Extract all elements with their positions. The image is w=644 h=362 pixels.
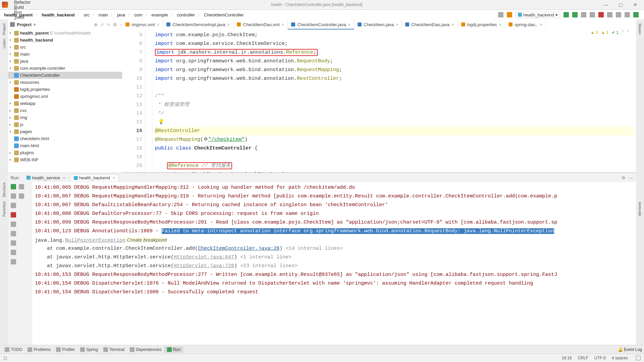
right-stripe-maven[interactable]: Maven (638, 23, 642, 35)
stop-run-icon[interactable] (11, 212, 16, 218)
stop-icon[interactable] (598, 12, 604, 17)
gutter-line-number[interactable]: 16 (123, 127, 142, 135)
stacktrace-link[interactable]: NullPointerException (65, 238, 125, 243)
tree-expand-icon[interactable]: ▾ (9, 38, 13, 42)
editor-tab[interactable]: CheckItemDao.java× (402, 19, 458, 29)
coverage-icon[interactable] (581, 12, 586, 17)
gutter-line-number[interactable]: 18 (123, 144, 142, 153)
tree-expand-icon[interactable]: ▾ (9, 45, 13, 49)
caret-position[interactable]: 16:16 (562, 356, 572, 360)
window-close-button[interactable]: ✕ (629, 2, 642, 7)
pin-icon[interactable] (11, 259, 16, 264)
tree-expand-icon[interactable]: ▾ (9, 102, 13, 105)
collapse-all-icon[interactable]: ⤡ (107, 22, 110, 27)
breadcrumb[interactable]: health_parent〉health_backend〉src〉main〉ja… (2, 12, 246, 17)
breadcrumb-segment[interactable]: java (115, 12, 127, 17)
editor-tab[interactable]: CheckItemController.java× (288, 19, 354, 29)
gutter-line-number[interactable]: 20 (123, 162, 142, 170)
editor-tab[interactable]: CheckItem.java× (354, 19, 402, 29)
profile-icon[interactable] (590, 12, 595, 17)
tree-item[interactable]: ▾src (8, 44, 122, 51)
close-tab-icon[interactable]: × (499, 22, 501, 27)
tree-expand-icon[interactable]: ▾ (9, 80, 13, 84)
menu-build[interactable]: Build (11, 5, 34, 10)
editor-gutter[interactable]: 56789101112131415161718192021 (122, 29, 145, 172)
tree-expand-icon[interactable]: ▾ (9, 158, 13, 162)
tool-window-todo[interactable]: TODO (2, 347, 25, 353)
debug-icon[interactable] (572, 12, 578, 17)
tree-item[interactable]: ▾java (8, 58, 122, 65)
tool-window-spring[interactable]: Spring (77, 347, 101, 353)
editor-tab[interactable]: CheckItemServiceImpl.java× (163, 19, 233, 29)
tree-expand-icon[interactable]: ▸ (9, 116, 13, 119)
close-tab-icon[interactable]: × (348, 22, 351, 27)
tree-item[interactable]: ▾health_parentE:\code\health\health (8, 29, 122, 37)
gutter-line-number[interactable]: 19 (123, 153, 142, 162)
project-tree[interactable]: ▾health_parentE:\code\health\health▾heal… (8, 29, 122, 173)
tool-window-run[interactable]: Run (164, 347, 183, 353)
tree-item[interactable]: ▸img (8, 114, 122, 121)
camera-icon[interactable] (11, 231, 16, 236)
tree-item[interactable]: checkitem.html (8, 135, 122, 142)
left-stripe-project[interactable]: Project (2, 23, 6, 35)
play-icon[interactable] (633, 12, 639, 17)
run-tab[interactable]: health_backend× (70, 174, 119, 181)
down-icon[interactable] (11, 193, 16, 199)
stacktrace-link[interactable]: CheckItemController.java:28 (198, 246, 279, 251)
tree-expand-icon[interactable]: ▾ (9, 66, 13, 70)
tree-item[interactable]: ▾resources (8, 79, 122, 86)
breadcrumb-segment[interactable]: health_backend (40, 12, 76, 17)
run-console[interactable]: 10:41:00,065 DEBUG RequestMappingHandler… (32, 182, 636, 345)
run-hide-icon[interactable]: ― (629, 175, 633, 180)
tree-item[interactable]: ▸js (8, 121, 122, 128)
tree-item[interactable]: springmvc.xml (8, 93, 122, 100)
tree-item[interactable]: ▾WEB-INF (8, 156, 122, 163)
editor-tab[interactable]: spring-dao..× (505, 19, 546, 29)
run-config-dropdown[interactable]: health_backend ▾ (516, 12, 560, 18)
breadcrumb-segment[interactable]: src (82, 12, 92, 17)
wrench-icon[interactable] (11, 203, 16, 208)
window-minimize-button[interactable]: ― (599, 2, 613, 7)
gutter-line-number[interactable]: 11 (123, 83, 142, 92)
left-stripe-structure[interactable]: Structure (2, 182, 6, 197)
step-icon[interactable] (19, 193, 24, 199)
tree-item[interactable]: ▾webapp (8, 100, 122, 107)
tool-window-terminal[interactable]: Terminal (101, 347, 127, 353)
tree-item[interactable]: main.html (8, 142, 122, 149)
editor-tab[interactable]: CheckItemDao.xml× (233, 19, 288, 29)
build-icon[interactable] (507, 12, 512, 17)
tool-window-problems[interactable]: Problems (25, 347, 53, 353)
window-maximize-button[interactable]: ▢ (614, 2, 627, 7)
run-icon[interactable] (564, 12, 569, 17)
folded-frames[interactable]: <14 internal lines> (285, 246, 343, 251)
tree-item[interactable]: ▸css (8, 107, 122, 114)
inspection-widget[interactable]: ▲ 3 ▲ 1 ✔ 1 ˄ ˅ (590, 30, 629, 35)
indent-size[interactable]: 4 spaces (612, 356, 628, 360)
menu-refactor[interactable]: Refactor (11, 0, 34, 5)
translate-icon[interactable] (607, 12, 612, 17)
folded-frames[interactable]: <23 internal lines> (240, 263, 298, 269)
intention-bulb-icon[interactable]: 💡 (158, 119, 164, 125)
gutter-line-number[interactable]: 13 (123, 101, 142, 109)
close-run-tab-icon[interactable]: × (63, 175, 65, 180)
tree-expand-icon[interactable]: ▸ (9, 109, 13, 112)
breadcrumb-segment[interactable]: controller (175, 12, 197, 17)
run-settings-gear-icon[interactable]: ⚙ (622, 175, 626, 180)
layout-icon[interactable] (11, 222, 16, 227)
read-only-lock-icon[interactable] (636, 356, 641, 360)
event-log-button[interactable]: 🔔 Event Log (618, 347, 642, 352)
close-tab-icon[interactable]: × (396, 22, 398, 27)
create-breakpoint-link[interactable]: Create breakpoint (125, 237, 167, 243)
people-icon[interactable] (498, 12, 503, 17)
left-stripe-favorites[interactable]: Favorites (2, 201, 6, 217)
breadcrumb-segment[interactable]: health_parent (2, 12, 35, 17)
tree-item[interactable]: ▾health_backend (8, 37, 122, 44)
gutter-line-number[interactable]: 12 (123, 92, 142, 101)
editor-code[interactable]: ▲ 3 ▲ 1 ✔ 1 ˄ ˅ import com.example.pojo.… (152, 29, 636, 172)
tree-expand-icon[interactable]: ▾ (9, 59, 13, 63)
threads-icon[interactable] (19, 184, 24, 189)
tree-expand-icon[interactable]: ▾ (9, 130, 13, 133)
line-separator[interactable]: CRLF (578, 356, 588, 360)
folded-frames[interactable]: <1 internal line> (240, 254, 291, 260)
close-run-tab-icon[interactable]: × (113, 175, 115, 180)
